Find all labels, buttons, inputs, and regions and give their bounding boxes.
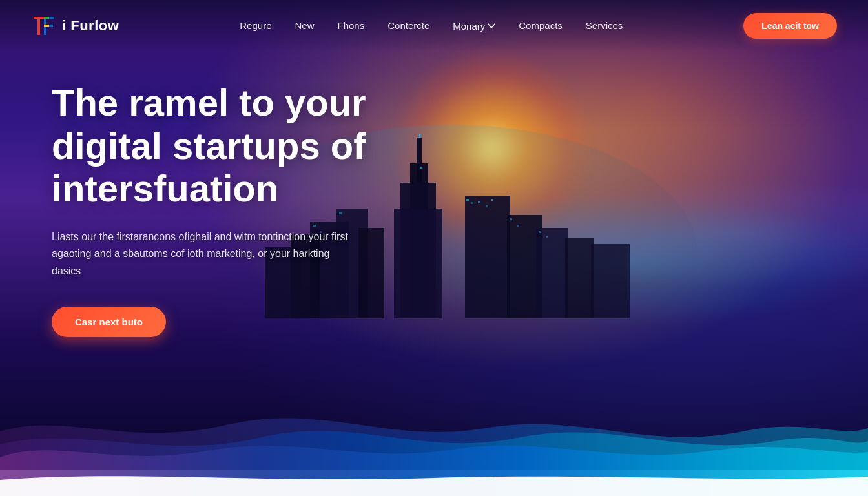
nav-link-contercte[interactable]: Contercte xyxy=(388,20,429,31)
hero-subtitle: Liasts our the firstarancons ofighail an… xyxy=(52,229,362,280)
logo-icon xyxy=(31,13,57,39)
nav-item-monary[interactable]: Monary xyxy=(453,21,495,32)
nav-links: Regure New Fhons Contercte Monary C xyxy=(240,20,623,32)
nav-link-regure[interactable]: Regure xyxy=(240,20,271,31)
nav-link-services[interactable]: Services xyxy=(586,20,623,31)
nav-link-fhons[interactable]: Fhons xyxy=(338,20,365,31)
hero-title: The ramel to your digital startups of in… xyxy=(52,81,413,211)
nav-dropdown-monary[interactable]: Monary xyxy=(453,21,495,32)
nav-item-new[interactable]: New xyxy=(294,20,314,32)
nav-cta-button[interactable]: Lean acit tow xyxy=(743,13,837,39)
hero-section: i Furlow Regure New Fhons Contercte Mona… xyxy=(0,0,868,496)
logo[interactable]: i Furlow xyxy=(31,13,119,39)
nav-item-contercte[interactable]: Contercte xyxy=(388,20,429,32)
nav-link-compacts[interactable]: Compacts xyxy=(519,20,563,31)
nav-item-regure[interactable]: Regure xyxy=(240,20,271,32)
nav-link-new[interactable]: New xyxy=(294,20,314,31)
nav-item-compacts[interactable]: Compacts xyxy=(519,20,563,32)
hero-cta-button[interactable]: Casr next buto xyxy=(52,307,166,337)
navbar: i Furlow Regure New Fhons Contercte Mona… xyxy=(0,0,868,52)
wave-decoration xyxy=(0,354,868,496)
chevron-down-icon xyxy=(488,23,495,28)
logo-text: i Furlow xyxy=(62,17,119,34)
nav-item-services[interactable]: Services xyxy=(586,20,623,32)
nav-item-fhons[interactable]: Fhons xyxy=(338,20,365,32)
